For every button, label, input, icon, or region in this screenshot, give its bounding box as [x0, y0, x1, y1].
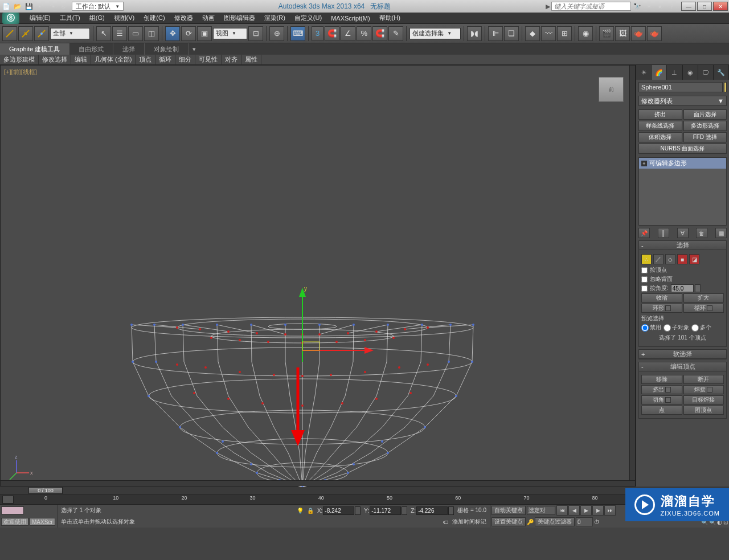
- graphite-icon[interactable]: ◆: [525, 26, 540, 41]
- mod-patch-select[interactable]: 面片选择: [683, 109, 727, 120]
- viewport-scrollbar-v[interactable]: [629, 66, 635, 480]
- time-slider-thumb[interactable]: 0 / 100: [28, 487, 63, 494]
- hierarchy-tab-icon[interactable]: ⊥: [667, 65, 682, 80]
- menu-animation[interactable]: 动画: [198, 14, 219, 22]
- rect-region-icon[interactable]: ▭: [128, 26, 143, 41]
- shrink-button[interactable]: 收缩: [641, 293, 682, 303]
- maximize-button[interactable]: □: [697, 2, 712, 11]
- select-object-icon[interactable]: ↖: [96, 26, 111, 41]
- select-link-icon[interactable]: [2, 26, 17, 41]
- set-key-button[interactable]: 设置关键点: [492, 517, 526, 526]
- mod-nurbs-select[interactable]: NURBS 曲面选择: [638, 144, 727, 154]
- goto-start-icon[interactable]: ⏮: [556, 505, 568, 516]
- ribbon-loops[interactable]: 循环: [155, 55, 175, 64]
- app-menu-button[interactable]: ⓢ: [2, 13, 19, 24]
- mod-spline-select[interactable]: 样条线选择: [638, 121, 682, 131]
- preview-multi-radio[interactable]: [691, 324, 699, 332]
- trackbar-toggle-icon[interactable]: [2, 496, 14, 504]
- dot-button[interactable]: 点: [641, 406, 682, 415]
- save-icon[interactable]: 💾: [24, 2, 34, 11]
- ribbon-geometry[interactable]: 几何体 (全部): [91, 55, 136, 64]
- move-icon[interactable]: ✥: [165, 26, 180, 41]
- favorite-icon[interactable]: ★: [655, 2, 665, 11]
- align-icon[interactable]: ⊫: [488, 26, 503, 41]
- ribbon-subdivision[interactable]: 细分: [175, 55, 195, 64]
- subobj-border-icon[interactable]: ◇: [665, 254, 675, 264]
- subobj-element-icon[interactable]: ◪: [689, 254, 699, 264]
- rollout-soft-header[interactable]: +软选择: [639, 350, 726, 359]
- coord-y[interactable]: [370, 506, 401, 515]
- ribbon-align[interactable]: 对齐: [222, 55, 241, 64]
- remove-button[interactable]: 移除: [641, 375, 682, 384]
- selection-filter[interactable]: 全部▼: [50, 28, 90, 39]
- rendered-frame-icon[interactable]: 🖼: [615, 26, 630, 41]
- key-mode-icon[interactable]: 🔑: [527, 519, 534, 525]
- rollout-selection-header[interactable]: -选择: [639, 241, 726, 250]
- window-crossing-icon[interactable]: ◫: [144, 26, 159, 41]
- edit-named-sel-icon[interactable]: ✎: [388, 26, 403, 41]
- viewcube[interactable]: 前: [599, 77, 624, 102]
- subobj-edge-icon[interactable]: ／: [653, 254, 664, 264]
- ribbon-tab-selection[interactable]: 选择: [113, 43, 145, 55]
- break-button[interactable]: 断开: [683, 375, 724, 384]
- material-editor-icon[interactable]: ◉: [578, 26, 593, 41]
- ribbon-expand-icon[interactable]: ▾: [189, 43, 200, 55]
- key-filters-button[interactable]: 关键点过滤器: [535, 517, 575, 526]
- menu-customize[interactable]: 自定义(U): [290, 14, 326, 22]
- play-icon[interactable]: ▶: [580, 505, 592, 516]
- menu-rendering[interactable]: 渲染(R): [260, 14, 290, 22]
- show-end-result-icon[interactable]: ║: [658, 228, 669, 238]
- help-icon[interactable]: ?: [666, 2, 677, 11]
- use-pivot-icon[interactable]: ⊡: [248, 26, 263, 41]
- make-unique-icon[interactable]: ∀: [677, 228, 689, 238]
- welcome-tag[interactable]: 欢迎使用: [1, 518, 28, 526]
- mod-ffd-select[interactable]: FFD 选择: [683, 132, 727, 142]
- minimize-button[interactable]: —: [681, 2, 696, 11]
- preview-subobj-radio[interactable]: [664, 324, 671, 332]
- prev-frame-icon[interactable]: ◀: [568, 505, 580, 516]
- angle-snap-icon[interactable]: ∠: [341, 26, 355, 41]
- pin-stack-icon[interactable]: 📌: [638, 228, 650, 238]
- remove-modifier-icon[interactable]: 🗑: [696, 228, 707, 238]
- render-setup-icon[interactable]: 🎬: [599, 26, 614, 41]
- ribbon-modify-sel[interactable]: 修改选择: [39, 55, 71, 64]
- auto-key-button[interactable]: 自动关键点: [492, 506, 526, 515]
- render-icon[interactable]: 🫖: [631, 26, 646, 41]
- snap-angle[interactable]: 3: [312, 26, 323, 41]
- time-tag-icon[interactable]: 🏷: [443, 519, 449, 525]
- by-vertex-check[interactable]: [641, 267, 648, 273]
- binoculars-icon[interactable]: 🔭: [632, 2, 642, 11]
- current-frame-input[interactable]: [576, 517, 593, 526]
- new-icon[interactable]: 📄: [1, 2, 11, 11]
- ribbon-edit[interactable]: 编辑: [71, 55, 91, 64]
- ribbon-tab-objectpaint[interactable]: 对象绘制: [145, 43, 189, 55]
- ribbon-tab-freeform[interactable]: 自由形式: [69, 43, 113, 55]
- motion-tab-icon[interactable]: ◉: [683, 65, 698, 80]
- extrude-button[interactable]: 挤出: [641, 385, 682, 394]
- named-selection-set[interactable]: 创建选择集▼: [409, 28, 461, 39]
- bind-icon[interactable]: [34, 26, 49, 41]
- mapvertex-button[interactable]: 图顶点: [683, 406, 724, 415]
- add-time-tag[interactable]: 添加时间标记: [452, 518, 486, 526]
- viewport[interactable]: [+][前][线框] 前: [0, 65, 636, 487]
- maxscript-tag[interactable]: MAXScr: [30, 518, 55, 526]
- utilities-tab-icon[interactable]: 🔧: [714, 65, 729, 80]
- object-name-input[interactable]: [638, 82, 723, 92]
- coord-z[interactable]: [416, 506, 448, 515]
- loop-button[interactable]: 循环: [683, 304, 724, 313]
- menu-create[interactable]: 创建(C): [139, 14, 169, 22]
- viewport-label[interactable]: [+][前][线框]: [4, 68, 37, 76]
- viewport-scrollbar-h[interactable]: [1, 480, 635, 486]
- render-iterative-icon[interactable]: 🫖: [647, 26, 662, 41]
- open-icon[interactable]: 📂: [13, 2, 23, 11]
- ribbon-poly-modeling[interactable]: 多边形建模: [0, 55, 39, 64]
- close-button[interactable]: ✕: [713, 2, 728, 11]
- display-tab-icon[interactable]: 🖵: [698, 65, 714, 80]
- rollout-editv-header[interactable]: -编辑顶点: [639, 362, 726, 371]
- track-bar[interactable]: 0 10 20 30 40 50 60 70 80 90 100: [0, 494, 729, 505]
- layers-icon[interactable]: ❏: [504, 26, 519, 41]
- ribbon-visibility[interactable]: 可见性: [195, 55, 222, 64]
- chamfer-button[interactable]: 切角: [641, 395, 682, 404]
- link-icon[interactable]: ⎋: [58, 2, 68, 11]
- percent-snap-icon[interactable]: %: [357, 26, 371, 41]
